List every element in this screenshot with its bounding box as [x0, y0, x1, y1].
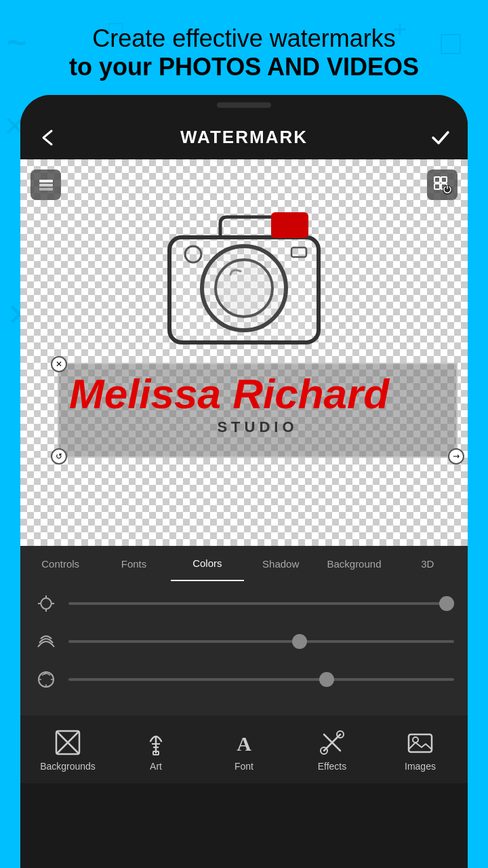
svg-rect-12 — [39, 188, 53, 191]
tab-3d[interactable]: 3D — [391, 546, 464, 581]
nav-images[interactable]: Images — [376, 728, 464, 772]
tab-shadow[interactable]: Shadow — [244, 546, 317, 581]
backgrounds-label: Backgrounds — [40, 761, 96, 772]
tab-fonts[interactable]: Fonts — [97, 546, 170, 581]
top-banner: Create effective watermarks to your PHOT… — [0, 0, 488, 105]
back-button[interactable] — [34, 124, 61, 151]
top-bar: WATERMARK — [20, 115, 468, 159]
svg-point-22 — [185, 246, 201, 262]
nav-font[interactable]: A Font — [200, 728, 288, 772]
scale-icon[interactable]: ↗ — [445, 445, 468, 468]
svg-rect-23 — [291, 248, 306, 257]
slider3-icon — [34, 667, 58, 692]
svg-rect-19 — [271, 212, 308, 238]
tabs-bar: Controls Fonts Colors Shadow Background … — [20, 546, 468, 581]
watermark-name[interactable]: Melissa Richard — [69, 371, 446, 417]
watermark-text-box[interactable]: ✕ Melissa Richard STUDIO ↺ ↗ — [58, 363, 458, 458]
nav-backgrounds[interactable]: Backgrounds — [24, 728, 112, 772]
slider-row-2 — [34, 629, 454, 654]
art-icon — [141, 728, 171, 757]
art-label: Art — [150, 761, 162, 772]
canvas-area[interactable]: ✕ Melissa Richard STUDIO ↺ ↗ — [20, 159, 468, 546]
slider-row-1 — [34, 591, 454, 616]
svg-rect-11 — [39, 184, 53, 186]
svg-rect-10 — [39, 180, 53, 182]
scale-handle[interactable]: ↗ — [448, 448, 464, 465]
slider-2-thumb[interactable] — [292, 634, 307, 649]
sliders-area — [20, 581, 468, 715]
phone-notch — [20, 95, 468, 115]
images-icon — [405, 728, 435, 757]
slider1-icon — [34, 591, 58, 616]
nav-effects[interactable]: Effects — [288, 728, 376, 772]
slider-3[interactable] — [68, 678, 454, 681]
slider-1-thumb[interactable] — [439, 596, 454, 611]
svg-rect-13 — [434, 177, 440, 182]
bottom-nav: Backgrounds Art A Font — [20, 715, 468, 783]
watermark-studio[interactable]: STUDIO — [69, 418, 446, 436]
grid-button[interactable] — [427, 170, 458, 200]
layers-button[interactable] — [30, 170, 61, 200]
notch-pill — [217, 102, 271, 108]
rotate-icon[interactable]: ↺ — [51, 448, 67, 465]
svg-rect-14 — [441, 177, 447, 182]
slider-1[interactable] — [68, 602, 454, 605]
remove-handle[interactable]: ✕ — [51, 356, 67, 372]
images-label: Images — [405, 761, 436, 772]
font-label: Font — [235, 761, 253, 772]
effects-label: Effects — [318, 761, 347, 772]
slider-2[interactable] — [68, 640, 454, 643]
banner-line2: to your PHOTOS AND VIDEOS — [69, 53, 419, 81]
slider2-icon — [34, 629, 58, 654]
banner-line1: Create effective watermarks — [92, 24, 396, 53]
confirm-button[interactable] — [427, 124, 454, 151]
effects-icon — [317, 728, 347, 757]
page-title: WATERMARK — [180, 127, 308, 148]
tab-controls[interactable]: Controls — [24, 546, 97, 581]
slider-row-3 — [34, 667, 454, 692]
font-icon: A — [229, 728, 259, 757]
backgrounds-icon — [53, 728, 83, 757]
nav-art[interactable]: Art — [112, 728, 200, 772]
phone-frame: WATERMARK — [20, 95, 468, 868]
slider-3-thumb[interactable] — [319, 672, 334, 687]
svg-point-21 — [216, 260, 272, 317]
svg-rect-43 — [409, 734, 432, 752]
svg-point-44 — [413, 737, 418, 743]
x-icon[interactable]: ✕ — [51, 356, 67, 372]
tab-colors[interactable]: Colors — [171, 546, 244, 581]
camera-logo — [156, 200, 332, 349]
tab-background[interactable]: Background — [317, 546, 390, 581]
rotate-handle[interactable]: ↺ — [51, 448, 67, 465]
svg-rect-15 — [434, 184, 440, 189]
svg-text:A: A — [237, 732, 251, 755]
